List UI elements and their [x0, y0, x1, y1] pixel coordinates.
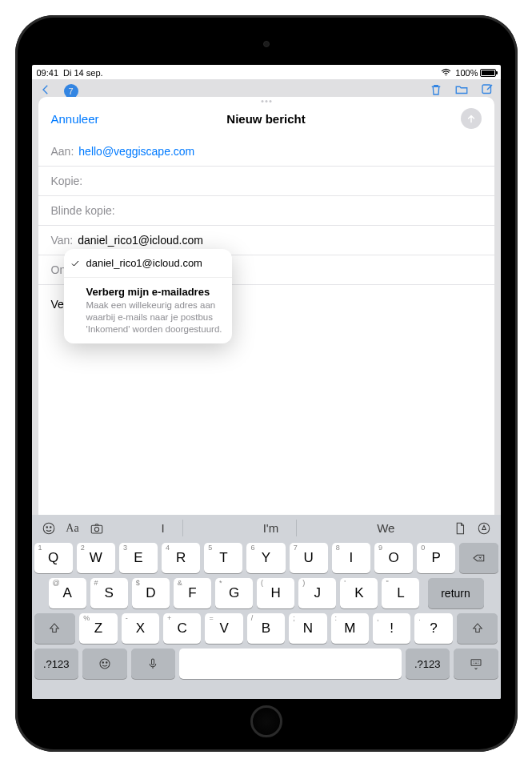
ipad-device-frame: 09:41 Di 14 sep. 100% 7: [15, 15, 518, 752]
return-key[interactable]: return: [428, 578, 484, 608]
from-option-label: daniel_rico1@icloud.com: [86, 257, 202, 269]
suggestion-3[interactable]: We: [359, 520, 412, 536]
svg-rect-11: [152, 659, 154, 665]
battery-percent: 100%: [455, 68, 478, 78]
svg-point-9: [102, 662, 104, 664]
screen: 09:41 Di 14 sep. 100% 7: [32, 65, 501, 699]
numbers-key-right[interactable]: .?123: [406, 649, 450, 679]
keyboard-row-4: .?123 .?123: [34, 649, 498, 679]
key-v[interactable]: =V: [205, 613, 242, 644]
hide-email-title: Verberg mijn e-mailadres: [86, 286, 222, 298]
arrow-up-icon: [466, 113, 477, 124]
key-d[interactable]: $D: [132, 578, 170, 608]
key-a[interactable]: @A: [49, 578, 86, 608]
key-h[interactable]: (H: [257, 578, 294, 608]
to-value[interactable]: hello@veggiscape.com: [78, 145, 194, 158]
compose-title: Nieuw bericht: [38, 112, 494, 126]
key-m[interactable]: :M: [331, 613, 369, 644]
svg-point-3: [46, 526, 48, 528]
cc-label: Kopie:: [51, 175, 83, 187]
send-button[interactable]: [461, 108, 482, 129]
key-?[interactable]: .?: [414, 613, 452, 644]
key-u[interactable]: 7U: [290, 543, 328, 573]
backspace-key[interactable]: [459, 543, 498, 573]
battery-indicator: 100%: [455, 68, 495, 78]
svg-rect-5: [91, 525, 102, 533]
numbers-key-left[interactable]: .?123: [34, 649, 79, 679]
front-camera: [263, 41, 270, 47]
keyboard-row-2: @A#S$D&F*G(H)J'K"L return: [34, 578, 498, 608]
text-format-icon[interactable]: Aa: [65, 520, 81, 536]
key-w[interactable]: 2W: [77, 543, 115, 573]
key-e[interactable]: 3E: [119, 543, 158, 573]
markup-icon[interactable]: [476, 520, 492, 536]
svg-point-6: [94, 527, 98, 531]
software-keyboard: Aa I I'm We 1Q2W3E4R5T6Y7U8I9O0P @A#S$D&…: [32, 515, 501, 699]
keyboard-row-3: %Z-X+C=V/B;N:M,!.?: [34, 613, 498, 644]
status-bar: 09:41 Di 14 sep. 100%: [32, 65, 501, 79]
from-address-popover: daniel_rico1@icloud.com Verberg mijn e-m…: [64, 249, 232, 343]
checkmark-icon: [70, 259, 80, 268]
emoji-key[interactable]: [82, 649, 127, 679]
from-value[interactable]: daniel_rico1@icloud.com: [78, 234, 203, 247]
status-date: Di 14 sep.: [63, 68, 103, 78]
from-option-selected[interactable]: daniel_rico1@icloud.com: [64, 249, 232, 278]
space-key[interactable]: [179, 649, 402, 679]
status-time: 09:41: [37, 68, 59, 78]
svg-point-10: [106, 662, 107, 664]
key-t[interactable]: 5T: [204, 543, 242, 573]
emoji-sticker-icon[interactable]: [41, 520, 57, 536]
suggestion-1[interactable]: I: [144, 520, 183, 536]
cc-field[interactable]: Kopie:: [38, 167, 494, 196]
bcc-field[interactable]: Blinde kopie:: [38, 196, 494, 226]
key-x[interactable]: -X: [122, 613, 159, 644]
keyboard-row-1: 1Q2W3E4R5T6Y7U8I9O0P: [34, 543, 498, 573]
hide-email-desc: Maak een willekeurig adres aan waarbij e…: [86, 299, 222, 335]
key-g[interactable]: *G: [215, 578, 253, 608]
key-j[interactable]: )J: [298, 578, 336, 608]
shift-key-right[interactable]: [457, 613, 498, 644]
key-s[interactable]: #S: [90, 578, 128, 608]
svg-point-4: [50, 526, 51, 528]
bcc-label: Blinde kopie:: [51, 204, 115, 217]
key-f[interactable]: &F: [174, 578, 211, 608]
keyboard-suggestions: I I'm We: [113, 520, 444, 536]
key-l[interactable]: "L: [382, 578, 419, 608]
svg-point-0: [446, 74, 447, 75]
key-z[interactable]: %Z: [79, 613, 117, 644]
to-label: Aan:: [51, 145, 74, 158]
svg-point-2: [43, 523, 54, 534]
svg-point-8: [100, 659, 110, 669]
scan-document-icon[interactable]: [452, 520, 468, 536]
key-![interactable]: ,!: [373, 613, 410, 644]
key-q[interactable]: 1Q: [34, 543, 73, 573]
from-label: Van:: [51, 234, 74, 247]
shift-key-left[interactable]: [34, 613, 76, 644]
home-button[interactable]: [250, 705, 282, 737]
key-y[interactable]: 6Y: [246, 543, 285, 573]
key-i[interactable]: 8I: [332, 543, 370, 573]
key-c[interactable]: +C: [163, 613, 201, 644]
keyboard-toolbar: Aa I I'm We: [34, 515, 498, 540]
svg-rect-12: [471, 660, 481, 666]
dictation-key[interactable]: [131, 649, 176, 679]
key-r[interactable]: 4R: [162, 543, 200, 573]
key-b[interactable]: /B: [247, 613, 285, 644]
suggestion-2[interactable]: I'm: [246, 520, 298, 536]
wifi-icon: [441, 67, 451, 79]
key-o[interactable]: 9O: [374, 543, 413, 573]
to-field[interactable]: Aan: hello@veggiscape.com: [38, 137, 494, 167]
hide-keyboard-key[interactable]: [454, 649, 498, 679]
key-k[interactable]: 'K: [340, 578, 378, 608]
camera-icon[interactable]: [89, 520, 105, 536]
key-n[interactable]: ;N: [289, 613, 326, 644]
key-p[interactable]: 0P: [417, 543, 455, 573]
hide-my-email-option[interactable]: Verberg mijn e-mailadres Maak een willek…: [64, 278, 232, 343]
cancel-button[interactable]: Annuleer: [51, 112, 99, 126]
